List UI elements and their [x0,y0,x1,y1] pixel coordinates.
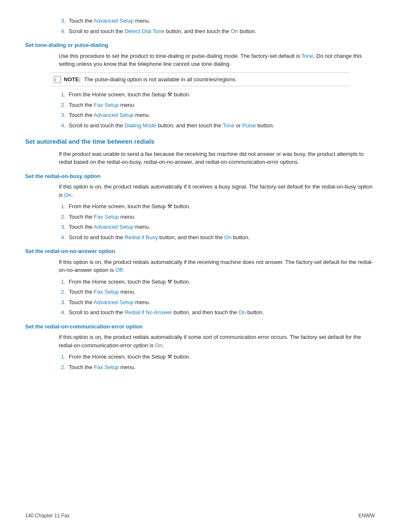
on-link-top[interactable]: On [231,28,238,34]
top-step-4: Scroll to and touch the Detect Dial Tone… [67,27,375,36]
top-step-3: Touch the Advanced Setup menu. [67,17,375,25]
autoredial-body: If the product was unable to send a fax … [59,150,375,166]
redial-if-busy-link[interactable]: Redial if Busy [125,234,158,240]
on-link-no-answer[interactable]: On [239,309,246,315]
on-link-busy-btn[interactable]: On [224,234,231,240]
redial-if-no-answer-link[interactable]: Redial if No Answer [125,309,172,315]
comm-step-1: From the Home screen, touch the Setup ⚒ … [67,353,375,361]
redial-no-answer-heading: Set the redial-on-no-answer option [25,247,375,256]
comm-step-2: Touch the Fax Setup menu. [67,363,375,372]
redial-no-answer-body: If this option is on, the product redial… [59,258,375,274]
tone-dialing-steps: From the Home screen, touch the Setup ⚒ … [67,90,375,129]
footer-right: ENWW [358,512,375,519]
advanced-setup-link-3[interactable]: Advanced Setup [94,299,133,305]
top-steps-list: Touch the Advanced Setup menu. Scroll to… [67,17,375,35]
section-redial-no-answer: Set the redial-on-no-answer option If th… [25,247,375,317]
on-link-comm[interactable]: On [155,342,162,349]
note-icon: i [54,76,61,83]
tone-step-3: Touch the Advanced Setup menu. [67,111,375,119]
redial-no-answer-steps: From the Home screen, touch the Setup ⚒ … [67,278,375,317]
advanced-setup-link-top[interactable]: Advanced Setup [94,18,133,24]
top-step-3-text: Touch the Advanced Setup menu. [69,18,150,24]
tone-step-4: Scroll to and touch the Dialing Mode but… [67,121,375,130]
section-redial-comm-error: Set the redial-on-communication-error op… [25,323,375,372]
busy-step-1: From the Home screen, touch the Setup ⚒ … [67,202,375,211]
note-label: NOTE: [64,75,81,84]
fax-setup-link-1[interactable]: Fax Setup [94,102,119,108]
busy-step-4: Scroll to and touch the Redial if Busy b… [67,233,375,242]
advanced-setup-link-1[interactable]: Advanced Setup [94,112,133,118]
fax-setup-link-3[interactable]: Fax Setup [94,289,119,295]
tone-dialing-heading: Set tone-dialing or pulse-dialing [25,41,375,49]
no-answer-step-3: Touch the Advanced Setup menu. [67,298,375,307]
section-autoredial: Set autoredial and the time between redi… [25,137,375,371]
tone-step-2: Touch the Fax Setup menu. [67,101,375,109]
fax-setup-link-4[interactable]: Fax Setup [94,364,119,370]
on-link-busy[interactable]: On [64,192,71,198]
section-redial-busy: Set the redial-on-busy option If this op… [25,172,375,242]
tone-link-btn[interactable]: Tone [223,122,234,129]
advanced-setup-link-2[interactable]: Advanced Setup [94,224,133,230]
note-text: The pulse-dialing option is not availabl… [84,75,236,84]
section-tone-dialing: Set tone-dialing or pulse-dialing Use th… [25,41,375,129]
redial-busy-steps: From the Home screen, touch the Setup ⚒ … [67,202,375,241]
tone-link-default[interactable]: Tone [301,53,313,59]
no-answer-step-1: From the Home screen, touch the Setup ⚒ … [67,278,375,286]
redial-busy-heading: Set the redial-on-busy option [25,172,375,181]
autoredial-heading: Set autoredial and the time between redi… [25,137,375,147]
busy-step-2: Touch the Fax Setup menu. [67,213,375,221]
tone-step-1: From the Home screen, touch the Setup ⚒ … [67,90,375,99]
busy-step-3: Touch the Advanced Setup menu. [67,223,375,231]
redial-comm-error-heading: Set the redial-on-communication-error op… [25,323,375,331]
footer: 140 Chapter 11 Fax ENWW [0,512,400,519]
redial-comm-error-body: If this option is on, the product redial… [59,333,375,349]
redial-busy-body: If this option is on, the product redial… [59,183,375,199]
no-answer-step-2: Touch the Fax Setup menu. [67,288,375,296]
dialing-mode-link[interactable]: Dialing Mode [125,122,156,129]
footer-left: 140 Chapter 11 Fax [25,512,70,519]
no-answer-step-4: Scroll to and touch the Redial if No Ans… [67,308,375,317]
redial-comm-steps: From the Home screen, touch the Setup ⚒ … [67,353,375,371]
pulse-link-btn[interactable]: Pulse [242,122,256,129]
svg-text:i: i [55,77,57,82]
detect-dial-tone-link[interactable]: Detect Dial Tone [125,28,164,34]
fax-setup-link-2[interactable]: Fax Setup [94,214,119,220]
note-box: i NOTE: The pulse-dialing option is not … [50,72,350,87]
tone-dialing-body: Use this procedure to set the product to… [59,52,375,68]
off-link[interactable]: Off [115,267,122,273]
top-step-4-text: Scroll to and touch the Detect Dial Tone… [69,28,256,34]
